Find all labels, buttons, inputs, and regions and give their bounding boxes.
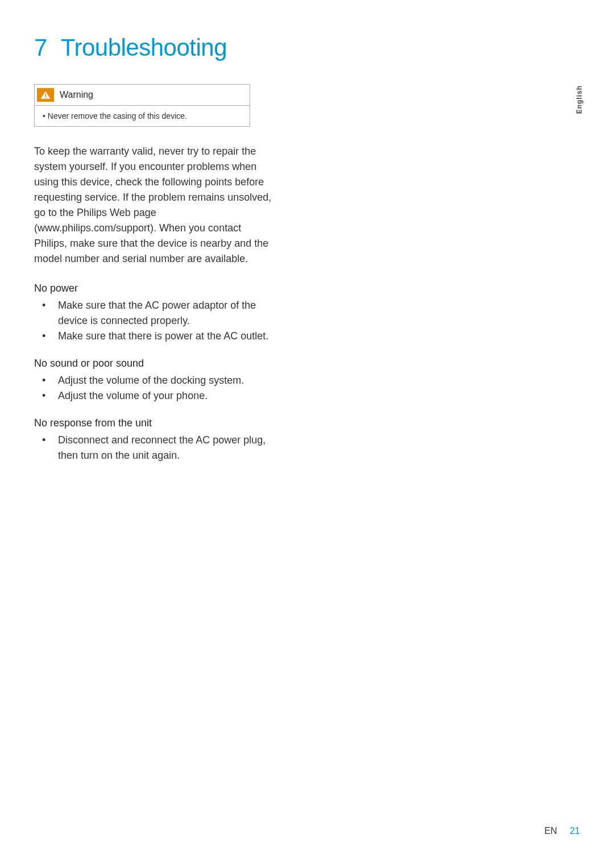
footer-page-number: 21	[570, 826, 580, 836]
footer-language: EN	[545, 826, 557, 836]
page-footer: EN 21	[545, 826, 580, 836]
list-item: Make sure that there is power at the AC …	[34, 329, 273, 344]
list-item: Adjust the volume of the docking system.	[34, 373, 273, 388]
warning-label: Warning	[60, 90, 93, 100]
section-no-sound: No sound or poor sound Adjust the volume…	[34, 358, 273, 404]
warning-icon	[37, 88, 54, 102]
chapter-number: 7	[34, 34, 47, 61]
chapter-title: Troubleshooting	[61, 34, 227, 61]
section-title: No power	[34, 283, 273, 294]
section-title: No response from the unit	[34, 417, 273, 429]
section-no-response: No response from the unit Disconnect and…	[34, 417, 273, 463]
warning-text: Never remove the casing of this device.	[43, 111, 187, 121]
svg-rect-1	[45, 97, 46, 98]
page-content: 7Troubleshooting Warning Never remove th…	[0, 0, 614, 463]
section-no-power: No power Make sure that the AC power ada…	[34, 283, 273, 344]
list-item: Disconnect and reconnect the AC power pl…	[34, 433, 273, 463]
language-tab: English	[575, 85, 583, 114]
bullet-list: Make sure that the AC power adaptor of t…	[34, 298, 273, 344]
chapter-heading: 7Troubleshooting	[34, 34, 580, 61]
svg-rect-0	[45, 94, 46, 97]
intro-paragraph: To keep the warranty valid, never try to…	[34, 144, 273, 267]
list-item: Make sure that the AC power adaptor of t…	[34, 298, 273, 329]
warning-box: Warning Never remove the casing of this …	[34, 84, 250, 127]
section-title: No sound or poor sound	[34, 358, 273, 369]
list-item: Adjust the volume of your phone.	[34, 388, 273, 404]
bullet-list: Adjust the volume of the docking system.…	[34, 373, 273, 404]
warning-body: Never remove the casing of this device.	[35, 105, 250, 126]
warning-header: Warning	[35, 85, 250, 105]
bullet-list: Disconnect and reconnect the AC power pl…	[34, 433, 273, 463]
